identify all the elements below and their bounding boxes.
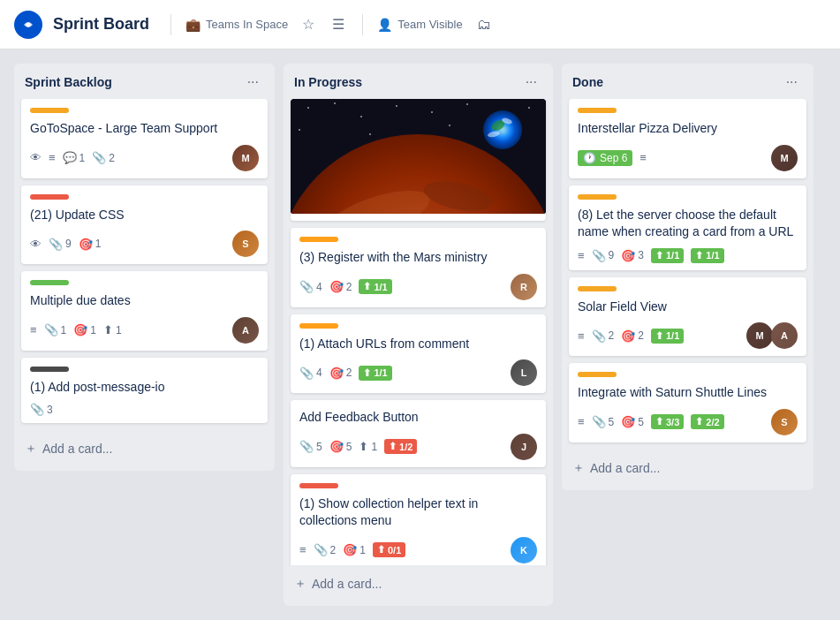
desc-icon: ≡ <box>30 323 37 336</box>
attach-meta: 📎 4 <box>299 280 322 293</box>
avatar-face: A <box>232 317 259 344</box>
card-footer: 📎 5 🎯 5 ⬆ 1 ⬆ 1/2 J <box>299 434 537 460</box>
card-avatar: S <box>232 231 259 257</box>
menu-button[interactable]: ☰ <box>329 12 348 36</box>
card-label-yellow-4 <box>578 286 617 291</box>
avatar-pair: M A <box>746 322 798 349</box>
inprogress-cards: (3) Register with the Mars ministry 📎 4 … <box>284 99 553 565</box>
card-meta-group: ≡ 📎 5 🎯 5 ⬆ 3/3 ⬆ 2/2 <box>578 414 764 429</box>
svg-point-1 <box>26 22 31 26</box>
avatar-face: A <box>771 322 798 349</box>
watch-meta: 👁 <box>30 238 42 251</box>
app-title: Sprint Board <box>53 15 149 34</box>
card-solar-field[interactable]: Solar Field View ≡ 📎 2 🎯 2 ⬆ 1/1 M A <box>569 277 806 357</box>
card-gotospace[interactable]: GoToSpace - Large Team Support 👁 ≡ 💬 1 📎… <box>21 99 268 178</box>
card-avatar: M <box>771 145 798 171</box>
card-avatar-1: M <box>746 322 773 349</box>
attach-icon: 📎 <box>30 403 44 416</box>
card-footer: 📎 3 <box>30 403 259 416</box>
header-divider <box>170 14 171 35</box>
card-server-name[interactable]: (8) Let the server choose the default na… <box>569 185 806 270</box>
attach-icon: 📎 <box>92 151 106 164</box>
attach-icon: 📎 <box>44 323 58 336</box>
card-footer: ≡ 📎 9 🎯 3 ⬆ 1/1 ⬆ 1/1 <box>578 248 798 263</box>
card-footer: 📎 4 🎯 2 ⬆ 1/1 R <box>299 274 537 300</box>
card-update-css[interactable]: (21) Update CSS 👁 📎 9 🎯 1 S <box>21 185 268 265</box>
checklist-meta: 🎯 3 <box>621 249 644 262</box>
workspace-name: Teams In Space <box>206 18 288 31</box>
checklist-meta: 🎯 2 <box>329 280 352 293</box>
checklist-meta: 🎯 2 <box>621 329 644 343</box>
column-menu-backlog[interactable]: ··· <box>242 72 264 92</box>
desc-icon: ≡ <box>299 543 306 556</box>
card-meta-group: ≡ 📎 9 🎯 3 ⬆ 1/1 ⬆ 1/1 <box>578 248 798 263</box>
card-meta-group: 📎 5 🎯 5 ⬆ 1 ⬆ 1/2 <box>299 439 503 454</box>
card-avatar: S <box>771 409 798 435</box>
avatar-face: J <box>511 434 537 460</box>
plus-icon: ＋ <box>25 441 37 457</box>
badge-12: ⬆ 1/1 <box>359 366 391 381</box>
add-card-inprogress[interactable]: ＋ Add a card... <box>284 569 553 599</box>
card-collection-helper[interactable]: (1) Show collection helper text in colle… <box>291 474 546 565</box>
star-button[interactable]: ☆ <box>299 12 318 36</box>
upload-icon: ⬆ <box>655 416 663 427</box>
desc-meta: ≡ <box>639 151 647 164</box>
vote-icon: ⬆ <box>377 544 385 556</box>
board: Sprint Backlog ··· GoToSpace - Large Tea… <box>0 49 840 620</box>
workspace-link[interactable]: 💼 Teams In Space <box>185 18 288 32</box>
card-feedback[interactable]: Add Feedback Button 📎 5 🎯 5 ⬆ 1 ⬆ 1/2 J <box>291 400 546 467</box>
desc-icon: ≡ <box>578 415 585 428</box>
attach-meta: 📎 3 <box>30 403 53 416</box>
backlog-cards: GoToSpace - Large Team Support 👁 ≡ 💬 1 📎… <box>14 99 275 430</box>
checklist-meta: 🎯 5 <box>621 415 644 428</box>
card-saturn[interactable]: Integrate with Saturn Shuttle Lines ≡ 📎 … <box>569 363 806 442</box>
card-due-dates[interactable]: Multiple due dates ≡ 📎 1 🎯 1 ⬆ 1 A <box>21 271 268 351</box>
attach-icon: 📎 <box>592 329 606 343</box>
card-title-pizza: Interstellar Pizza Delivery <box>578 120 798 138</box>
add-card-backlog[interactable]: ＋ Add a card... <box>14 434 275 464</box>
card-pizza[interactable]: Interstellar Pizza Delivery 🕐 Sep 6 ≡ M <box>569 99 806 178</box>
card-label-yellow-2 <box>578 108 617 113</box>
card-post-message[interactable]: (1) Add post-message-io 📎 3 <box>21 358 268 424</box>
attach-meta: 📎 4 <box>299 367 322 380</box>
briefcase-icon: 💼 <box>185 18 201 32</box>
add-card-done[interactable]: ＋ Add a card... <box>562 453 814 483</box>
desc-meta: ≡ <box>49 151 56 164</box>
column-menu-done[interactable]: ··· <box>781 72 803 92</box>
avatar-face: M <box>771 145 798 171</box>
checklist-icon: 🎯 <box>621 415 635 428</box>
card-title-due: Multiple due dates <box>30 292 259 310</box>
desc-meta: ≡ <box>578 249 585 262</box>
desc-meta: ≡ <box>578 329 585 343</box>
card-footer: 👁 ≡ 💬 1 📎 2 M <box>30 145 259 171</box>
more-button[interactable]: 🗂 <box>473 13 495 36</box>
card-avatar: R <box>511 274 537 300</box>
card-avatar: J <box>511 434 537 460</box>
checklist-icon: 🎯 <box>343 543 357 556</box>
badge-11b: ⬆ 1/1 <box>691 248 723 263</box>
card-mars-ministry[interactable]: (3) Register with the Mars ministry 📎 4 … <box>291 228 546 307</box>
badge-11c: ⬆ 1/1 <box>651 329 684 344</box>
vote-icon-2: ⬆ <box>695 250 703 261</box>
vote-meta: ⬆ 1 <box>359 440 377 453</box>
column-header-inprogress: In Progress ··· <box>284 64 553 99</box>
card-title-urls: (1) Attach URLs from comment <box>299 336 537 353</box>
plus-icon: ＋ <box>294 576 306 592</box>
card-meta-group: 🕐 Sep 6 ≡ <box>578 150 764 166</box>
attach-meta: 📎 2 <box>92 151 115 164</box>
avatar-face: R <box>511 274 537 300</box>
card-avatar-2: A <box>771 322 798 349</box>
card-meta-group: 📎 3 <box>30 403 259 416</box>
done-cards: Interstellar Pizza Delivery 🕐 Sep 6 ≡ M <box>562 99 814 450</box>
card-attach-urls[interactable]: (1) Attach URLs from comment 📎 4 🎯 2 ⬆ 1… <box>291 314 546 394</box>
attach-meta: 📎 2 <box>592 329 615 343</box>
vote-meta: ⬆ 1 <box>103 323 122 336</box>
attach-meta: 📎 9 <box>592 249 615 262</box>
card-mars-image[interactable] <box>291 99 546 221</box>
column-title-done: Done <box>572 75 603 89</box>
header-divider-2 <box>362 14 363 35</box>
card-title-collection: (1) Show collection helper text in colle… <box>299 495 537 530</box>
desc-icon: ≡ <box>49 151 56 164</box>
column-menu-inprogress[interactable]: ··· <box>520 72 542 92</box>
card-label-yellow-5 <box>578 372 617 377</box>
